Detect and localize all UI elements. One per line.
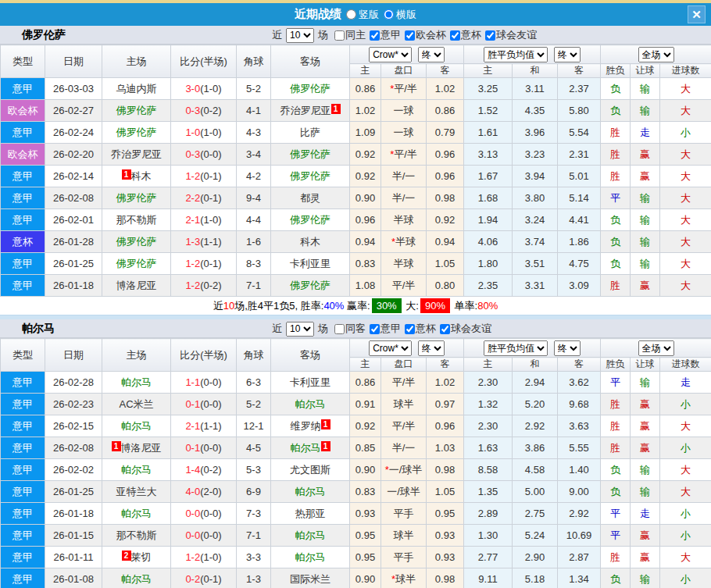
crow-away-odds-cell: 0.93 <box>427 547 464 568</box>
league-badge: 欧会杯 <box>1 144 45 166</box>
filter-checkbox-input[interactable] <box>370 30 380 41</box>
handicap-cell: 半球 <box>381 253 427 275</box>
away-team-cell: 维罗纳1 <box>271 415 350 437</box>
red-card-badge: 1 <box>122 169 131 180</box>
date-cell: 26-01-15 <box>45 525 102 547</box>
result-handicap-cell: 赢 <box>631 166 660 187</box>
col-away: 客场 <box>271 45 350 78</box>
filter-checkbox-input[interactable] <box>450 30 460 41</box>
crow-home-odds-cell: 0.85 <box>350 437 381 459</box>
crow-away-odds-cell: 1.05 <box>427 481 464 503</box>
radio-horizontal-label[interactable]: 横版 <box>396 8 416 22</box>
corner-cell: 4-1 <box>237 100 271 122</box>
col-type: 类型 <box>1 45 45 78</box>
filter-checkbox-input[interactable] <box>485 30 495 41</box>
avg-home-odds-cell: 2.35 <box>464 275 513 297</box>
result-winlose-cell: 平 <box>601 525 631 547</box>
near-label: 近 <box>272 28 282 42</box>
filter-checkbox-意杯[interactable]: 意杯 <box>402 322 436 336</box>
result-goals-cell: 小 <box>660 394 711 415</box>
odds-final-select[interactable]: 终 <box>418 340 445 356</box>
layout-radio-horizontal[interactable]: 横版 <box>384 8 416 22</box>
avg-type-select[interactable]: 胜平负均值 <box>484 340 548 356</box>
summary-segment: 10 <box>223 300 234 312</box>
radio-vertical-label[interactable]: 竖版 <box>359 8 379 22</box>
layout-radio-vertical[interactable]: 竖版 <box>346 8 379 22</box>
filter-checkbox-欧会杯[interactable]: 欧会杯 <box>402 28 446 42</box>
filter-checkbox-input[interactable] <box>370 324 380 334</box>
filter-checkbox-意甲[interactable]: 意甲 <box>367 28 401 42</box>
result-handicap-cell: 赢 <box>631 394 660 415</box>
crow-away-odds-cell: 1.03 <box>427 437 464 459</box>
filter-checkbox-input[interactable] <box>405 324 415 334</box>
col-date: 日期 <box>45 339 102 372</box>
scope-select[interactable]: 全场 <box>638 47 674 62</box>
home-team-cell: 1科木 <box>102 166 171 187</box>
avg-type-select[interactable]: 胜平负均值 <box>484 47 548 62</box>
match-table-parma: 类型 日期 主场 比分(半场) 角球 客场 Crow* 终 胜平负均值 终 全场 <box>0 338 711 588</box>
filter-checkbox-input[interactable] <box>334 30 345 41</box>
radio-vertical-input[interactable] <box>346 9 356 20</box>
avg-away-odds-cell: 4.75 <box>558 253 601 275</box>
recent-count-select[interactable]: 10 <box>286 28 314 43</box>
scope-select[interactable]: 全场 <box>638 340 674 356</box>
avg-draw-odds-cell: 3.80 <box>513 187 558 209</box>
home-team-cell: 1博洛尼亚 <box>102 437 171 459</box>
odds-final-select[interactable]: 终 <box>418 47 445 62</box>
result-goals-cell: 大 <box>660 144 711 166</box>
away-team-cell: 尤文图斯 <box>271 459 350 481</box>
date-cell: 26-03-03 <box>45 78 102 100</box>
result-handicap-cell: 输 <box>631 372 660 394</box>
result-winlose-cell: 负 <box>601 209 631 231</box>
date-cell: 26-02-27 <box>45 100 102 122</box>
odds-source-select[interactable]: Crow* <box>369 47 412 62</box>
score-cell: 1-2(0-1) <box>171 253 237 275</box>
avg-final-select[interactable]: 终 <box>554 47 581 62</box>
score-cell: 0-3(0-2) <box>171 100 237 122</box>
col-result-goal: 进球数 <box>660 358 711 372</box>
crow-away-odds-cell: 0.95 <box>427 503 464 525</box>
date-cell: 26-02-08 <box>45 437 102 459</box>
filter-checkbox-意甲[interactable]: 意甲 <box>367 322 401 336</box>
recent-results-panel: 近期战绩 竖版 横版 ✕ 佛罗伦萨 近 10 场 同主意甲欧会杯意杯球会友谊 <box>0 0 711 588</box>
avg-final-select[interactable]: 终 <box>554 340 581 356</box>
filter-checkbox-球会友谊[interactable]: 球会友谊 <box>483 28 537 42</box>
score-cell: 1-1(0-0) <box>171 372 237 394</box>
table-row: 意甲 26-02-01 那不勒斯 2-1(1-0) 4-4 佛罗伦萨 0.96 … <box>1 209 711 231</box>
section-header-fiorentina: 佛罗伦萨 近 10 场 同主意甲欧会杯意杯球会友谊 <box>0 26 711 45</box>
filter-checkbox-input[interactable] <box>405 30 415 41</box>
close-icon[interactable]: ✕ <box>688 5 706 23</box>
filter-checkbox-同客[interactable]: 同客 <box>332 322 366 336</box>
filter-checkbox-input[interactable] <box>334 324 345 334</box>
radio-horizontal-input[interactable] <box>384 9 394 20</box>
table-row: 意甲 26-01-25 亚特兰大 4-0(2-0) 6-9 帕尔马 0.83 一… <box>1 481 711 503</box>
league-badge: 意甲 <box>1 187 45 209</box>
corner-cell: 5-2 <box>237 78 271 100</box>
odds-group-header: Crow* 终 <box>350 45 464 64</box>
corner-cell: 3-4 <box>237 144 271 166</box>
red-card-badge: 1 <box>112 441 121 451</box>
section-header-parma: 帕尔马 近 10 场 同客意甲意杯球会友谊 <box>0 319 711 338</box>
avg-draw-odds-cell: 2.94 <box>513 372 558 394</box>
crow-home-odds-cell: 0.90 <box>350 187 381 209</box>
odds-source-select[interactable]: Crow* <box>369 340 412 356</box>
away-team-cell: 佛罗伦萨 <box>271 166 350 187</box>
filter-checkbox-球会友谊[interactable]: 球会友谊 <box>438 322 491 336</box>
score-cell: 1-2(1-0) <box>171 547 237 568</box>
avg-away-odds-cell: 10.69 <box>558 525 601 547</box>
recent-count-select[interactable]: 10 <box>286 322 314 337</box>
result-goals-cell: 大 <box>660 100 711 122</box>
crow-away-odds-cell: 0.93 <box>427 525 464 547</box>
filter-checkbox-input[interactable] <box>440 324 450 334</box>
filter-checkbox-同主[interactable]: 同主 <box>332 28 366 42</box>
handicap-cell: *一/球半 <box>381 459 427 481</box>
filter-checkbox-意杯[interactable]: 意杯 <box>448 28 481 42</box>
avg-draw-odds-cell: 2.75 <box>513 503 558 525</box>
league-badge: 欧会杯 <box>1 100 45 122</box>
league-badge: 意甲 <box>1 372 45 394</box>
col-avg-draw: 和 <box>513 358 558 372</box>
crow-home-odds-cell: 0.90 <box>350 459 381 481</box>
score-cell: 4-0(2-0) <box>171 481 237 503</box>
avg-away-odds-cell: 9.68 <box>558 394 601 415</box>
result-handicap-cell: 输 <box>631 568 660 588</box>
